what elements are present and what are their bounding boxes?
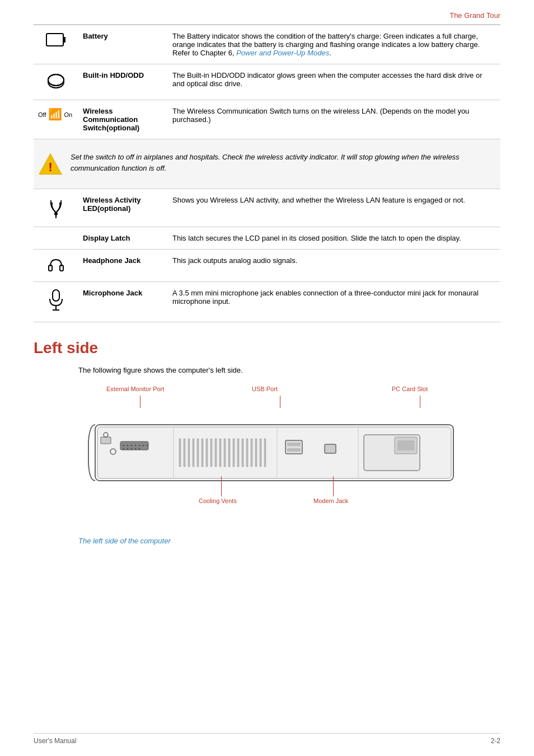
svg-point-25 bbox=[135, 445, 137, 447]
hdd-name: Built-in HDD/ODD bbox=[78, 64, 168, 100]
wireless-activity-icon-cell bbox=[34, 189, 78, 227]
footer-right: 2-2 bbox=[491, 737, 500, 745]
svg-rect-42 bbox=[215, 439, 217, 467]
svg-rect-35 bbox=[184, 439, 185, 467]
diagram-container: External Monitor Port USB Port PC Card S… bbox=[78, 386, 470, 531]
svg-rect-50 bbox=[251, 439, 252, 467]
microphone-row: Microphone Jack A 3.5 mm mini microphone… bbox=[34, 282, 500, 322]
svg-rect-18 bbox=[101, 437, 111, 444]
diagram-caption: The left side of the computer bbox=[78, 537, 500, 545]
microphone-icon bbox=[48, 289, 64, 313]
power-link[interactable]: Power and Power-Up Modes bbox=[236, 49, 329, 57]
wireless-icon: 📶 bbox=[47, 107, 63, 123]
svg-rect-47 bbox=[237, 439, 239, 467]
svg-rect-57 bbox=[325, 444, 336, 453]
display-latch-icon-cell bbox=[34, 227, 78, 250]
svg-rect-0 bbox=[46, 34, 63, 46]
hdd-desc: The Built-in HDD/ODD indicator glows gre… bbox=[168, 64, 500, 100]
svg-point-8 bbox=[54, 212, 58, 215]
svg-text:📶: 📶 bbox=[48, 107, 62, 121]
hdd-row: Built-in HDD/ODD The Built-in HDD/ODD in… bbox=[34, 64, 500, 100]
svg-point-28 bbox=[147, 445, 148, 447]
svg-point-29 bbox=[123, 448, 125, 450]
footer-left: User's Manual bbox=[34, 737, 76, 745]
display-latch-name: Display Latch bbox=[78, 227, 168, 250]
wireless-switch-icon-cell: Off 📶 On bbox=[34, 100, 78, 139]
external-monitor-label: External Monitor Port bbox=[106, 386, 164, 392]
microphone-icon-cell bbox=[34, 282, 78, 322]
cooling-line bbox=[221, 476, 222, 496]
headphone-desc: This jack outputs analog audio signals. bbox=[168, 250, 500, 282]
wireless-activity-name: Wireless Activity LED(optional) bbox=[78, 189, 168, 227]
warning-text: Set the switch to off in airplanes and h… bbox=[71, 152, 496, 173]
wireless-switch-desc: The Wireless Communication Switch turns … bbox=[168, 100, 500, 139]
svg-rect-53 bbox=[264, 439, 266, 467]
svg-point-26 bbox=[139, 445, 140, 447]
left-side-description: The following figure shows the computer'… bbox=[78, 366, 500, 374]
external-monitor-line bbox=[140, 396, 140, 408]
chapter-title: The Grand Tour bbox=[449, 11, 500, 20]
svg-rect-37 bbox=[193, 439, 194, 467]
wireless-switch-row: Off 📶 On Wireless Communication Switch(o… bbox=[34, 100, 500, 139]
wireless-switch-area: Off 📶 On bbox=[38, 107, 74, 123]
usb-port-label: USB Port bbox=[252, 386, 278, 392]
page-footer: User's Manual 2-2 bbox=[34, 733, 500, 745]
hdd-icon bbox=[46, 71, 66, 91]
svg-point-30 bbox=[127, 448, 129, 450]
display-latch-desc: This latch secures the LCD panel in its … bbox=[168, 227, 500, 250]
battery-desc: The Battery indicator shows the conditio… bbox=[168, 25, 500, 64]
headphone-icon bbox=[47, 256, 65, 273]
svg-rect-51 bbox=[255, 439, 257, 467]
svg-point-31 bbox=[131, 448, 133, 450]
pc-card-line bbox=[420, 396, 420, 408]
svg-point-32 bbox=[135, 448, 137, 450]
svg-rect-36 bbox=[188, 439, 190, 467]
svg-rect-39 bbox=[202, 439, 203, 467]
svg-rect-13 bbox=[53, 290, 59, 301]
warning-row: ! Set the switch to off in airplanes and… bbox=[34, 139, 500, 189]
svg-point-23 bbox=[127, 445, 129, 447]
battery-icon-cell bbox=[34, 25, 78, 64]
headphone-icon-cell bbox=[34, 250, 78, 282]
svg-rect-49 bbox=[246, 439, 248, 467]
microphone-name: Microphone Jack bbox=[78, 282, 168, 322]
svg-rect-40 bbox=[206, 439, 208, 467]
warning-cell: ! Set the switch to off in airplanes and… bbox=[34, 139, 500, 189]
warning-content: ! Set the switch to off in airplanes and… bbox=[38, 146, 496, 182]
headphone-name: Headphone Jack bbox=[78, 250, 168, 282]
battery-icon bbox=[46, 32, 66, 48]
cooling-vents-label: Cooling Vents bbox=[199, 497, 237, 504]
hdd-icon-cell bbox=[34, 64, 78, 100]
svg-rect-52 bbox=[260, 439, 261, 467]
svg-rect-48 bbox=[242, 439, 243, 467]
battery-name: Battery bbox=[78, 25, 168, 64]
svg-rect-60 bbox=[397, 440, 414, 450]
wireless-activity-row: Wireless Activity LED(optional) Shows yo… bbox=[34, 189, 500, 227]
wireless-switch-name: Wireless Communication Switch(optional) bbox=[78, 100, 168, 139]
features-table: Battery The Battery indicator shows the … bbox=[34, 25, 500, 322]
page-header: The Grand Tour bbox=[34, 11, 500, 25]
svg-rect-45 bbox=[228, 439, 230, 467]
svg-rect-43 bbox=[219, 439, 221, 467]
svg-rect-34 bbox=[179, 439, 181, 467]
svg-text:!: ! bbox=[48, 159, 53, 174]
pc-card-label: PC Card Slot bbox=[392, 386, 428, 392]
svg-rect-55 bbox=[287, 443, 301, 446]
microphone-desc: A 3.5 mm mini microphone jack enables co… bbox=[168, 282, 500, 322]
svg-rect-54 bbox=[285, 440, 302, 454]
svg-point-27 bbox=[143, 445, 144, 447]
headphone-row: Headphone Jack This jack outputs analog … bbox=[34, 250, 500, 282]
svg-rect-46 bbox=[233, 439, 235, 467]
svg-rect-44 bbox=[224, 439, 226, 467]
modem-jack-label: Modem Jack bbox=[313, 497, 348, 504]
svg-point-22 bbox=[123, 445, 125, 447]
svg-point-24 bbox=[131, 445, 133, 447]
battery-row: Battery The Battery indicator shows the … bbox=[34, 25, 500, 64]
usb-port-line bbox=[280, 396, 280, 408]
display-latch-row: Display Latch This latch secures the LCD… bbox=[34, 227, 500, 250]
svg-rect-1 bbox=[63, 37, 65, 43]
wireless-activity-icon bbox=[46, 196, 65, 218]
modem-line bbox=[333, 476, 334, 496]
warning-triangle-icon: ! bbox=[38, 152, 63, 176]
computer-diagram-svg bbox=[84, 408, 465, 497]
